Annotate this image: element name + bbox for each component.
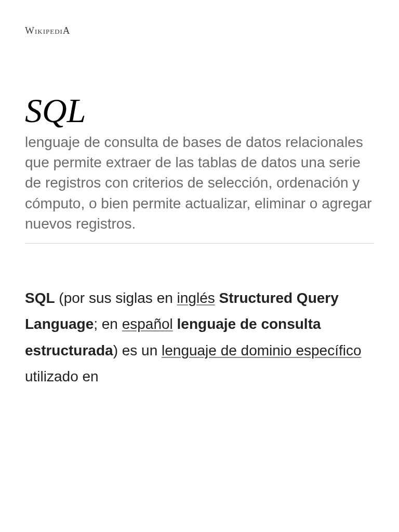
link-ingles[interactable]: inglés — [177, 290, 215, 306]
divider — [25, 243, 374, 244]
body-text: (por sus siglas en — [55, 290, 177, 306]
article-subtitle: lenguaje de consulta de bases de datos r… — [25, 132, 374, 234]
link-lenguaje-dominio[interactable]: lenguaje de dominio específico — [162, 342, 361, 358]
body-text: utilizado en — [25, 368, 99, 384]
article-abbrev: SQL — [25, 290, 55, 306]
site-logo[interactable]: WikipediA — [25, 25, 374, 36]
body-text: ; en — [94, 316, 122, 332]
link-espanol[interactable]: español — [122, 316, 173, 332]
body-text: ) es un — [113, 342, 162, 358]
article-title: SQL — [25, 94, 374, 128]
article-body: SQL (por sus siglas en inglés Structured… — [25, 285, 374, 390]
